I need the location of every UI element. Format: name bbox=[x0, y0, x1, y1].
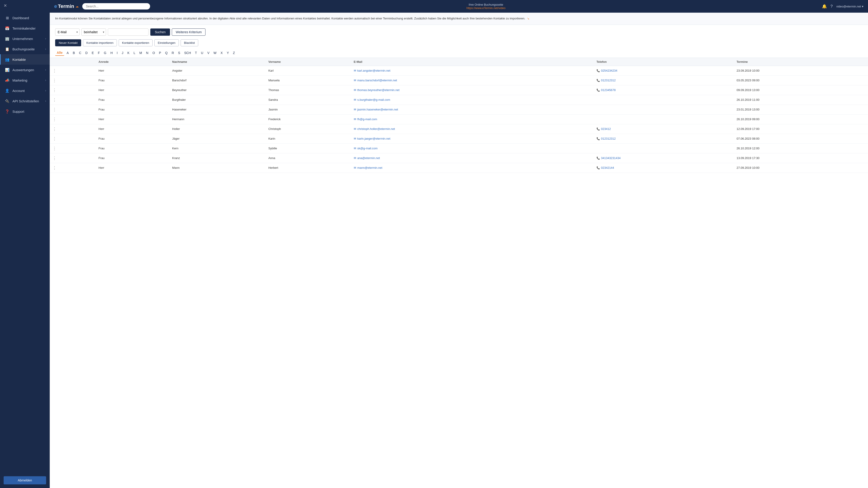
row-menu-dots[interactable]: ⋮ bbox=[53, 78, 57, 83]
row-telefon[interactable]: 012312312 bbox=[594, 75, 734, 85]
email-link[interactable]: mann@etermin.net bbox=[354, 166, 591, 169]
row-email[interactable]: christoph.holler@etermin.net bbox=[351, 124, 594, 134]
alpha-item-b[interactable]: B bbox=[71, 50, 76, 56]
alpha-item-alle[interactable]: Alle bbox=[55, 50, 64, 56]
close-icon[interactable]: ✕ bbox=[4, 3, 7, 8]
phone-link[interactable]: 02342144 bbox=[596, 166, 731, 169]
row-menu[interactable]: ⋮ bbox=[50, 75, 96, 85]
sidebar-item-kontakte[interactable]: 👥 Kontakte bbox=[0, 54, 50, 65]
alpha-item-h[interactable]: H bbox=[109, 50, 114, 56]
alpha-item-v[interactable]: V bbox=[206, 50, 211, 56]
row-telefon[interactable]: 341343231434 bbox=[594, 153, 734, 163]
row-menu-dots[interactable]: ⋮ bbox=[53, 88, 57, 92]
email-link[interactable]: s.burgthaler@g-mail.com bbox=[354, 98, 591, 101]
email-link[interactable]: sk@g-mail.com bbox=[354, 147, 591, 150]
row-telefon[interactable] bbox=[594, 105, 734, 114]
row-telefon[interactable]: 012345678 bbox=[594, 85, 734, 95]
row-menu[interactable]: ⋮ bbox=[50, 105, 96, 114]
alpha-item-q[interactable]: Q bbox=[164, 50, 169, 56]
email-link[interactable]: manu.barschdorf@etermin.net bbox=[354, 78, 591, 82]
einstellungen-button[interactable]: Einstellungen bbox=[154, 39, 179, 46]
alpha-item-s[interactable]: S bbox=[177, 50, 182, 56]
row-email[interactable]: fh@g-mail.com bbox=[351, 114, 594, 124]
row-menu-dots[interactable]: ⋮ bbox=[53, 146, 57, 151]
alpha-item-l[interactable]: L bbox=[132, 50, 137, 56]
email-link[interactable]: jasmin.haseneker@etermin.net bbox=[354, 108, 591, 111]
suchen-button[interactable]: Suchen bbox=[150, 29, 170, 36]
alpha-item-sch[interactable]: SCH bbox=[183, 50, 193, 56]
email-link[interactable]: karl.angster@etermin.net bbox=[354, 69, 591, 72]
alpha-item-k[interactable]: K bbox=[126, 50, 131, 56]
row-menu-dots[interactable]: ⋮ bbox=[53, 166, 57, 170]
user-menu[interactable]: video@etermin.net ▾ bbox=[836, 5, 864, 8]
sidebar-item-support[interactable]: ❓ Support bbox=[0, 106, 50, 117]
alpha-item-m[interactable]: M bbox=[138, 50, 144, 56]
notifications-icon[interactable]: 🔔 bbox=[822, 4, 827, 9]
row-menu[interactable]: ⋮ bbox=[50, 163, 96, 173]
row-menu[interactable]: ⋮ bbox=[50, 124, 96, 134]
row-telefon[interactable]: 0254234234 bbox=[594, 66, 734, 75]
row-email[interactable]: ana@etermin.net bbox=[351, 153, 594, 163]
row-menu[interactable]: ⋮ bbox=[50, 134, 96, 143]
phone-link[interactable]: 012312312 bbox=[596, 78, 731, 82]
row-email[interactable]: thomas.beyreuther@etermin.net bbox=[351, 85, 594, 95]
help-icon[interactable]: ? bbox=[831, 4, 833, 9]
alpha-item-u[interactable]: U bbox=[199, 50, 205, 56]
alpha-item-t[interactable]: T bbox=[193, 50, 199, 56]
row-menu-dots[interactable]: ⋮ bbox=[53, 98, 57, 102]
row-telefon[interactable] bbox=[594, 95, 734, 105]
booking-url[interactable]: https://www.eTermin.net/video bbox=[466, 6, 505, 10]
row-email[interactable]: sk@g-mail.com bbox=[351, 143, 594, 153]
sidebar-item-account[interactable]: 👤 Account › bbox=[0, 86, 50, 96]
alpha-item-e[interactable]: E bbox=[90, 50, 95, 56]
email-link[interactable]: ana@etermin.net bbox=[354, 156, 591, 160]
phone-link[interactable]: 0254234234 bbox=[596, 69, 731, 72]
row-email[interactable]: s.burgthaler@g-mail.com bbox=[351, 95, 594, 105]
row-menu[interactable]: ⋮ bbox=[50, 85, 96, 95]
kontakte-exportieren-button[interactable]: Kontakte exportieren bbox=[119, 39, 153, 46]
row-menu-dots[interactable]: ⋮ bbox=[53, 107, 57, 112]
row-menu-dots[interactable]: ⋮ bbox=[53, 127, 57, 131]
sidebar-item-api[interactable]: 🔌 API Schnittstellen › bbox=[0, 96, 50, 106]
row-telefon[interactable] bbox=[594, 143, 734, 153]
alpha-item-o[interactable]: O bbox=[151, 50, 156, 56]
row-telefon[interactable] bbox=[594, 114, 734, 124]
row-telefon[interactable]: 012312312 bbox=[594, 134, 734, 143]
row-email[interactable]: manu.barschdorf@etermin.net bbox=[351, 75, 594, 85]
phone-link[interactable]: 341343231434 bbox=[596, 156, 731, 160]
field-select[interactable]: E-Mail Nachname Vorname Telefon bbox=[55, 29, 80, 36]
alpha-item-i[interactable]: I bbox=[115, 50, 119, 56]
phone-link[interactable]: 012345678 bbox=[596, 88, 731, 92]
row-email[interactable]: karin.jaeger@etermin.net bbox=[351, 134, 594, 143]
row-menu[interactable]: ⋮ bbox=[50, 153, 96, 163]
row-menu[interactable]: ⋮ bbox=[50, 66, 96, 75]
blacklist-button[interactable]: Blacklist bbox=[181, 39, 198, 46]
row-email[interactable]: karl.angster@etermin.net bbox=[351, 66, 594, 75]
alpha-item-x[interactable]: X bbox=[219, 50, 224, 56]
email-link[interactable]: christoph.holler@etermin.net bbox=[354, 127, 591, 131]
alpha-item-z[interactable]: Z bbox=[231, 50, 237, 56]
email-link[interactable]: thomas.beyreuther@etermin.net bbox=[354, 88, 591, 92]
abmelden-button[interactable]: Abmelden bbox=[4, 476, 46, 484]
alpha-item-d[interactable]: D bbox=[84, 50, 89, 56]
alpha-item-f[interactable]: F bbox=[96, 50, 101, 56]
row-menu-dots[interactable]: ⋮ bbox=[53, 117, 57, 122]
search-input[interactable] bbox=[82, 3, 150, 9]
alpha-item-a[interactable]: A bbox=[65, 50, 70, 56]
email-link[interactable]: fh@g-mail.com bbox=[354, 118, 591, 121]
alpha-item-n[interactable]: N bbox=[145, 50, 150, 56]
row-menu[interactable]: ⋮ bbox=[50, 95, 96, 105]
alpha-item-c[interactable]: C bbox=[77, 50, 83, 56]
sidebar-item-dashboard[interactable]: ⊞ Dashboard bbox=[0, 13, 50, 23]
sidebar-item-terminkalender[interactable]: 📅 Terminkalender bbox=[0, 23, 50, 33]
sidebar-item-marketing[interactable]: 📣 Marketing › bbox=[0, 75, 50, 86]
neuer-kontakt-button[interactable]: Neuer Kontakt bbox=[55, 39, 81, 46]
sidebar-item-unternehmen[interactable]: 🏢 Unternehmen › bbox=[0, 33, 50, 44]
alpha-item-r[interactable]: R bbox=[170, 50, 176, 56]
phone-link[interactable]: 023412 bbox=[596, 127, 731, 131]
alpha-item-j[interactable]: J bbox=[120, 50, 125, 56]
alpha-item-y[interactable]: Y bbox=[225, 50, 230, 56]
weiteres-kriterium-button[interactable]: Weiteres Kriterium bbox=[172, 29, 206, 36]
sidebar-item-buchungsseite[interactable]: 📋 Buchungsseite › bbox=[0, 44, 50, 54]
row-menu[interactable]: ⋮ bbox=[50, 143, 96, 153]
